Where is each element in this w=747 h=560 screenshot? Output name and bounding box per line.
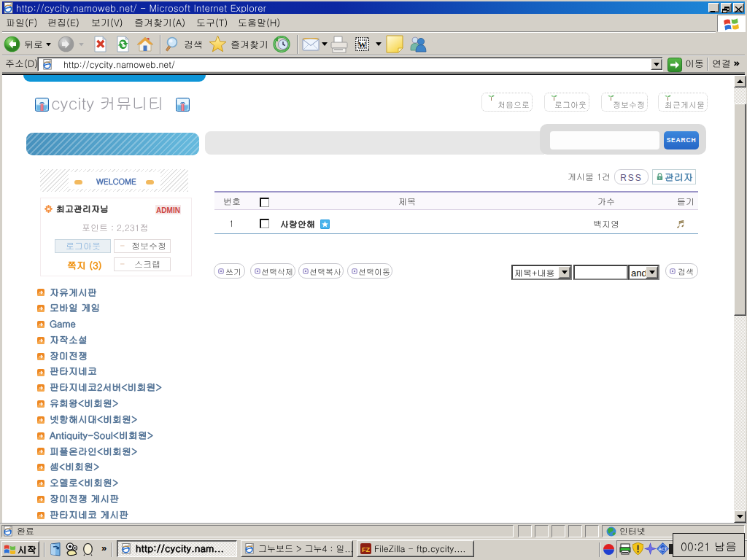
svg-text:W: W	[358, 40, 366, 49]
svg-text:ACT: ACT	[659, 547, 667, 551]
svg-text:FZ: FZ	[362, 546, 370, 553]
